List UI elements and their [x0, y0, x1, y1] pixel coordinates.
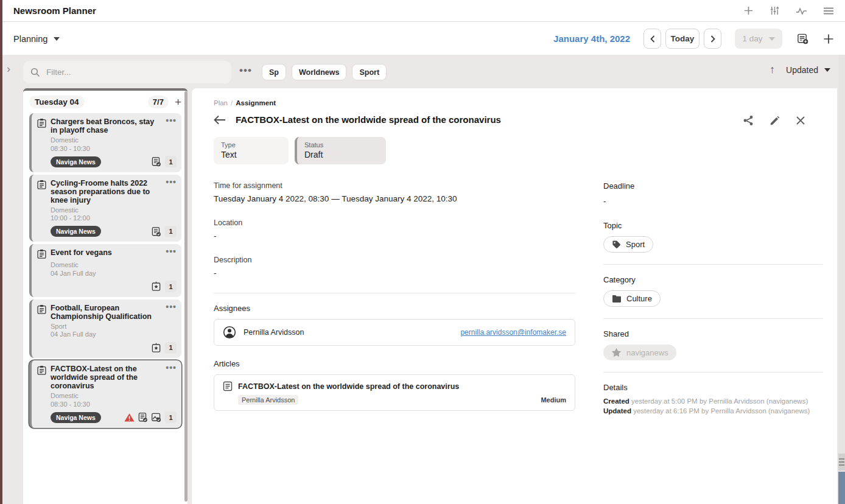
view-switcher-dropdown[interactable]: Planning: [13, 34, 60, 44]
deadline-heading: Deadline: [603, 181, 822, 191]
assignment-card[interactable]: Cycling-Froome halts 2022 season prepara…: [29, 175, 181, 242]
filter-sliders-icon[interactable]: [770, 5, 780, 16]
location-label: Location: [214, 219, 575, 227]
description-label: Description: [214, 256, 575, 264]
assignment-card[interactable]: Football, European Championship Qualific…: [29, 299, 181, 359]
assignment-list: Antonio Brown's tantrum can't derail com…: [23, 112, 188, 428]
star-icon: [611, 348, 622, 357]
collapse-sidebar-chevron-icon[interactable]: ›: [7, 63, 10, 75]
assignment-icon: [37, 249, 47, 259]
edit-icon[interactable]: [770, 116, 780, 126]
main-scrollbar-thumb[interactable]: [838, 453, 845, 471]
back-arrow-icon[interactable]: [214, 115, 226, 125]
breadcrumb-plan-link[interactable]: Plan: [214, 99, 228, 107]
add-item-icon[interactable]: +: [175, 96, 181, 108]
more-icon[interactable]: •••: [166, 117, 177, 124]
view-switcher-label: Planning: [13, 34, 47, 44]
time-value: Tuesday January 4 2022, 08:30 — Tuesday …: [214, 194, 575, 203]
app-topbar: Newsroom Planner: [0, 0, 845, 22]
card-section: Domestic: [51, 136, 177, 145]
assignment-card[interactable]: FACTBOX-Latest on the worldwide spread o…: [29, 360, 181, 428]
filter-chip-worldnews[interactable]: Worldnews: [292, 64, 346, 80]
location-value: -: [214, 231, 575, 240]
day-range-value: 1 day: [742, 34, 762, 43]
topic-chip[interactable]: Sport: [603, 236, 653, 253]
article-count-badge: 1: [165, 411, 177, 423]
image-check-icon: [151, 412, 161, 422]
article-author: Pernilla Arvidsson: [238, 395, 298, 405]
assignees-heading: Assignees: [214, 304, 575, 313]
day-header: Tuesday 04 7/7 +: [23, 91, 188, 112]
assignment-icon: [37, 118, 47, 128]
previous-day-button[interactable]: [643, 29, 661, 49]
category-value: Culture: [626, 294, 652, 303]
card-section: Domestic: [51, 392, 177, 401]
search-icon: [30, 68, 40, 77]
main-scrollbar-track[interactable]: [838, 55, 845, 504]
add-icon[interactable]: [743, 5, 754, 16]
filter-chips: SpWorldnewsSport: [262, 64, 387, 80]
avatar-icon: [223, 326, 236, 339]
planning-toolbar: Planning January 4th, 2022 Today 1 day: [0, 23, 845, 55]
card-status-icons: [151, 281, 161, 292]
share-icon[interactable]: [743, 115, 754, 126]
event-star-icon: [151, 343, 161, 353]
type-field: Type Text: [214, 137, 289, 164]
more-icon[interactable]: •••: [166, 365, 177, 371]
filter-chip-sp[interactable]: Sp: [262, 64, 286, 80]
topic-value: Sport: [626, 240, 645, 249]
card-title: Cycling-Froome halts 2022 season prepara…: [51, 179, 162, 205]
more-icon[interactable]: •••: [166, 179, 177, 186]
current-date-label[interactable]: January 4th, 2022: [553, 33, 630, 44]
app-title: Newsroom Planner: [13, 5, 96, 16]
status-value: Draft: [304, 150, 379, 159]
warning-icon: [124, 413, 135, 422]
card-status-icons: [151, 226, 161, 237]
more-filters-icon[interactable]: •••: [239, 65, 252, 77]
card-status-icons: [151, 343, 161, 353]
time-label: Time for assignment: [214, 181, 575, 190]
article-icon: [223, 381, 233, 391]
filter-input[interactable]: [46, 68, 224, 77]
today-button[interactable]: Today: [665, 29, 699, 49]
more-icon[interactable]: •••: [166, 248, 177, 255]
close-icon[interactable]: [796, 116, 805, 125]
event-star-icon: [151, 281, 161, 292]
assignment-icon: [37, 180, 47, 190]
assignment-card[interactable]: Event for vegans ••• Domestic 04 Jan Ful…: [29, 244, 181, 297]
chevron-down-icon: [824, 68, 830, 72]
filter-chip-sport[interactable]: Sport: [352, 64, 387, 80]
created-line: Created yesterday at 5:00 PM by Pernilla…: [603, 397, 822, 407]
sidebar-scrollbar[interactable]: [184, 91, 188, 502]
chevron-down-icon: [54, 37, 60, 41]
day-column: Tuesday 04 7/7 + Antonio Brown's tantrum…: [23, 88, 188, 504]
status-label: Status: [304, 141, 379, 149]
chevron-down-icon: [769, 37, 775, 41]
assignment-detail-panel: Plan/Assignment FACTBOX-Latest on the wo…: [192, 88, 837, 504]
more-icon[interactable]: •••: [166, 304, 177, 310]
assignment-title: FACTBOX-Latest on the worldwide spread o…: [236, 114, 501, 125]
sort-by-dropdown[interactable]: Updated: [786, 65, 830, 75]
add-planning-item-icon[interactable]: [823, 33, 834, 44]
folder-icon: [612, 295, 622, 303]
menu-icon[interactable]: [823, 7, 834, 15]
card-time: 08:30 - 10:30: [51, 145, 177, 153]
day-range-select[interactable]: 1 day: [735, 29, 782, 49]
topic-heading: Topic: [603, 221, 822, 230]
article-check-icon: [151, 156, 161, 167]
next-day-button[interactable]: [704, 29, 721, 49]
activity-icon[interactable]: [796, 6, 807, 16]
article-priority: Medium: [541, 396, 566, 404]
sort-direction-arrow-icon[interactable]: ↑: [770, 63, 775, 76]
schedule-add-icon[interactable]: [797, 33, 808, 44]
category-chip[interactable]: Culture: [603, 290, 661, 307]
assignment-card[interactable]: Chargers beat Broncos, stay in playoff c…: [29, 113, 181, 172]
description-value: -: [214, 268, 575, 278]
article-row[interactable]: FACTBOX-Latest on the worldwide spread o…: [214, 374, 575, 411]
assignee-email-link[interactable]: pernilla.arvidsson@infomaker.se: [460, 328, 566, 337]
product-badge: Naviga News: [51, 226, 101, 237]
type-value: Text: [221, 150, 281, 159]
filter-search-box: [23, 61, 231, 83]
assignee-row: Pernilla Arvidsson pernilla.arvidsson@in…: [214, 319, 575, 346]
card-section: Sport: [51, 323, 177, 331]
